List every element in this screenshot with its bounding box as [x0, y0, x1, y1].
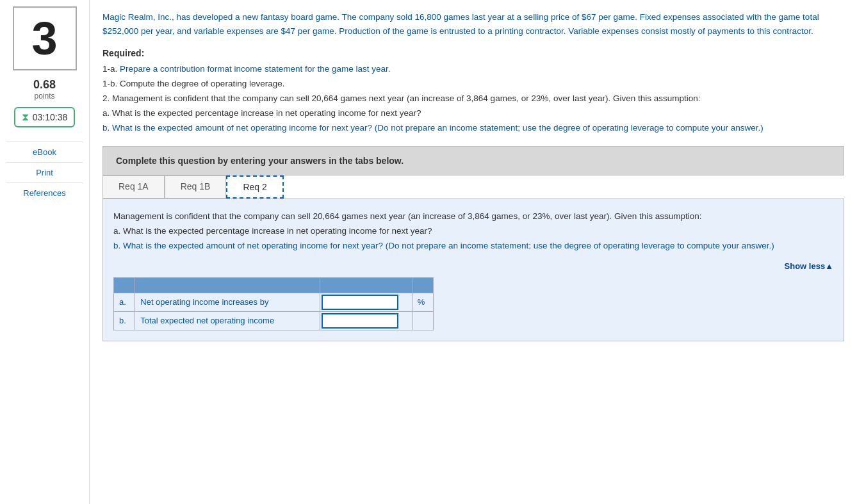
req-item-2: 2. Management is confident that the comp… [102, 92, 844, 106]
problem-text: Magic Realm, Inc., has developed a new f… [102, 10, 844, 38]
row-a-description: Net operating income increases by [135, 293, 320, 311]
answer-table: a. Net operating income increases by % b… [113, 277, 434, 330]
points-value: 0.68 [33, 78, 56, 92]
req-1a-text: Prepare a contribution format income sta… [120, 64, 390, 74]
divider-1 [6, 142, 83, 142]
complete-box: Complete this question by entering your … [102, 146, 844, 175]
req-item-1a: 1-a. Prepare a contribution format incom… [102, 62, 844, 77]
req-2-text: Management is confident that the company… [112, 93, 701, 103]
req-item-2a: a. What is the expected percentage incre… [102, 106, 844, 121]
tab-content-req2: Management is confident that the company… [102, 199, 844, 341]
row-b-input[interactable] [322, 313, 398, 329]
timer-display: ⧗ 03:10:38 [14, 107, 76, 127]
tab-req2-description: Management is confident that the company… [113, 209, 833, 254]
row-b-label: b. [114, 311, 135, 330]
tabs-container: Req 1A Req 1B Req 2 [102, 175, 844, 199]
row-b-unit [412, 311, 433, 330]
tab-req1b[interactable]: Req 1B [165, 175, 227, 199]
divider-2 [6, 162, 83, 163]
row-a-input[interactable] [322, 295, 398, 310]
ebook-button[interactable]: eBook [6, 143, 83, 161]
row-b-description: Total expected net operating income [135, 311, 320, 330]
req-item-1b: 1-b. Compute the degree of operating lev… [102, 77, 844, 92]
required-section: Required: 1-a. Prepare a contribution fo… [102, 48, 844, 136]
print-button[interactable]: Print [6, 164, 83, 181]
tab-req2[interactable]: Req 2 [226, 175, 283, 199]
references-button[interactable]: References [6, 184, 83, 202]
tab-req1a[interactable]: Req 1A [102, 175, 165, 199]
required-label: Required: [102, 48, 844, 58]
question-number: 3 [13, 6, 77, 70]
table-row: a. Net operating income increases by % [114, 293, 434, 311]
row-a-unit: % [412, 293, 433, 311]
hourglass-icon: ⧗ [22, 111, 29, 123]
req-1b-text: Compute the degree of operating leverage… [120, 79, 284, 88]
row-b-input-cell [320, 311, 412, 330]
req-item-2b: b. What is the expected amount of net op… [102, 121, 844, 136]
show-less-button[interactable]: Show less▲ [113, 261, 833, 271]
divider-3 [6, 183, 83, 183]
req-2a-text: What is the expected percentage increase… [112, 108, 421, 118]
timer-value: 03:10:38 [33, 112, 68, 122]
row-a-label: a. [114, 293, 135, 311]
table-row: b. Total expected net operating income [114, 311, 434, 330]
points-label: points [34, 92, 54, 101]
req-2b-text: What is the expected amount of net opera… [112, 123, 763, 133]
row-a-input-cell [320, 293, 412, 311]
complete-box-text: Complete this question by entering your … [116, 156, 404, 166]
